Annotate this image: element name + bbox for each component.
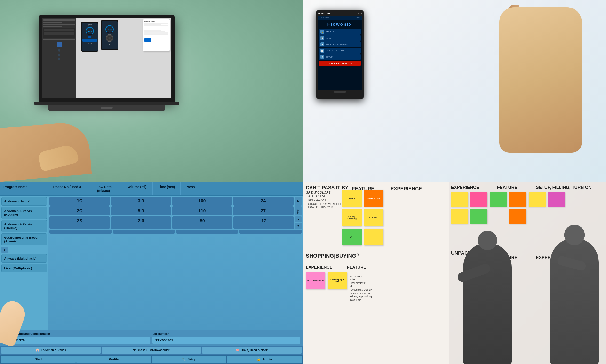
nav-admin[interactable]: 🔓 Admin	[227, 355, 302, 363]
lot-number-value[interactable]: TTY005201	[152, 337, 300, 344]
tab-chest-cardiovascular[interactable]: ❤ Chest & Cardiovascular	[102, 347, 201, 354]
sb-row	[43, 24, 75, 25]
program-gi-bleed[interactable]: Gastrointestinal Bleed (Anemia)	[1, 233, 47, 246]
doc-section-break	[144, 32, 169, 34]
program-abdomen-acute[interactable]: Abdomen (Acute)	[1, 197, 47, 206]
doc-line	[144, 26, 169, 26]
sb-sub	[44, 31, 74, 33]
use-reference-label: Use as reference	[87, 40, 93, 41]
save-btn-ph1[interactable]: Save	[89, 36, 91, 38]
brain-icon: 🧠	[236, 349, 239, 352]
med-nav-tabs: Start Profile 🔧 Setup 🔓 Admin	[0, 354, 303, 364]
main-grid: Pin Mode Dimmi > 22.3% Save	[0, 0, 606, 364]
info-icon: 📋	[320, 36, 324, 40]
tab-abdomen-pelvis[interactable]: 🫁 Abdomen & Pelvis	[1, 347, 101, 354]
nav-profile[interactable]: Profile	[76, 355, 151, 363]
sticky-attractive: ATTRACTIVE	[364, 190, 383, 207]
sticky-text: Cutting	[349, 197, 355, 199]
menu-item-patient[interactable]: 🔒 PATIENT	[319, 29, 361, 35]
sticky-clear-display: Clear display of info	[328, 272, 347, 289]
menu-item-review[interactable]: 📅 REVIEW HISTORY	[319, 48, 361, 53]
laptop-sidebar	[42, 18, 76, 98]
cell-volume-1: 100	[172, 196, 232, 206]
samsung-brand: SAMSUNG	[317, 12, 330, 14]
flowonix-logo-area: Flowonix	[317, 20, 362, 28]
gauge-1: 22.3%	[86, 27, 94, 35]
feature-right-heading: FEATURE	[497, 185, 517, 190]
tab-brain-head[interactable]: 🧠 Brain, Head & Neck	[202, 347, 302, 354]
start-label: START FLOW SERIES	[326, 43, 348, 46]
person-right-arm	[556, 255, 587, 272]
lot-number-label: Lot Number	[152, 332, 300, 336]
scroll-up-data-btn[interactable]: ▲	[295, 216, 302, 222]
life-text-2: HOW LIKE THAT WEB	[308, 206, 333, 208]
sim-elegant-text: SIM ELEGANT	[308, 198, 326, 201]
sb-row	[43, 22, 62, 23]
look-very-life-text: SHOULD LOOK VERY LIFE	[308, 202, 342, 205]
med-table-header: Program Name Phase No./ Media Flow Rate …	[0, 182, 303, 195]
whiteboard-right: EXPERIENCE FEATURE SETUP, FILLING, TURN …	[449, 182, 606, 364]
nav-start[interactable]: Start	[1, 355, 76, 363]
arrow-row-2: ←	[109, 46, 111, 48]
emergency-pump-stop-btn[interactable]: ⚠ EMERGENCY PUMP STOP	[319, 61, 361, 66]
nav-setup[interactable]: 🔧 Setup	[152, 355, 226, 363]
samsung-top-bar: SAMSUNG 10:21	[317, 12, 362, 14]
review-label: REVIEW HISTORY	[326, 50, 344, 52]
lot-section: Lot Number TTY005201	[152, 332, 300, 344]
doc-line	[144, 29, 169, 30]
sticky-classic: CLASSIC	[364, 209, 383, 226]
menu-item-start[interactable]: ▶ START FLOW SERIES	[319, 41, 361, 47]
doc-panel-title: Document Properties	[144, 21, 169, 22]
contrast-section: Contrast Brand and Concentration ISOVUE …	[0, 330, 303, 346]
pin-mode-label-1: Pin Mode	[88, 24, 92, 25]
doc-action-btn[interactable]: Apply	[144, 38, 152, 42]
trackpad[interactable]	[101, 107, 113, 109]
program-abdomen-pelvis-routine[interactable]: Abdomen & Pelvis (Routine)	[1, 207, 47, 219]
scroll-btns: ▲ ▼	[295, 216, 302, 229]
use-as-reference-btn[interactable]: Use as reference	[82, 39, 97, 42]
left-arrow-icon: ←	[87, 42, 89, 45]
home-button[interactable]	[334, 91, 346, 92]
program-label: Abdomen & Pelvis (Trauma)	[4, 222, 32, 230]
quadrant-laptop: Pin Mode Dimmi > 22.3% Save	[0, 0, 303, 182]
col-volume: Volume (ml)	[121, 182, 153, 195]
arrow-row: ← →	[87, 42, 92, 45]
menu-item-info[interactable]: 📋 INFO	[319, 35, 361, 41]
sticky-text: Visually Appealing	[343, 215, 360, 220]
settings-icon[interactable]: ✦	[109, 43, 111, 46]
scroll-up-btn[interactable]: ▲	[1, 247, 8, 253]
contrast-brand-value[interactable]: ISOVUE 370	[2, 337, 150, 344]
scroll-down-data-btn[interactable]: ▼	[295, 223, 302, 229]
menu-item-setup[interactable]: ⚙ SETUP	[319, 54, 361, 60]
sb-dot	[58, 53, 60, 56]
attractive-text: ATTRACTIVE	[308, 195, 326, 198]
program-airways[interactable]: Airways (Multiphasic)	[1, 254, 47, 263]
laptop-screen: Pin Mode Dimmi > 22.3% Save	[42, 18, 171, 98]
ss-time-2: 10:21	[356, 17, 360, 19]
brand-section: Contrast Brand and Concentration ISOVUE …	[2, 332, 150, 344]
whiteboard-scene: CAN'T PASS IT BY FEATURE EXPERIENCE GREA…	[303, 182, 606, 364]
sb-row	[43, 39, 75, 40]
info-label: INFO	[326, 37, 331, 39]
col-phase: Phase No./ Media	[49, 182, 86, 195]
sticky-right-3	[490, 192, 507, 207]
tab-abdomen-label: Abdomen & Pelvis	[40, 349, 66, 352]
patient-icon: 🔒	[320, 30, 324, 34]
start-icon: ▶	[320, 42, 324, 46]
dial-control[interactable]	[106, 34, 113, 42]
med-content-area: Abdomen (Acute) Abdomen & Pelvis (Routin…	[0, 195, 303, 330]
doc-btn-label: Apply	[147, 39, 149, 40]
pin-mode-time-2: 12:35	[109, 24, 111, 25]
dial-inner	[107, 36, 112, 40]
program-liver[interactable]: Liver (Multiphasic)	[1, 264, 47, 273]
med-data-table: 1C 3.0 100 34 ▶ 2C 5.0 110 37 Delay	[49, 195, 303, 330]
program-abdomen-pelvis-trauma[interactable]: Abdomen & Pelvis (Trauma)	[1, 220, 47, 232]
phone-screen-2: Pin Mode 12:35 22.3% ✦ ←	[102, 21, 118, 50]
tab-brain-label: Brain, Head & Neck	[241, 349, 268, 352]
person-left-body	[463, 243, 512, 364]
cell-flow-3: 3.0	[111, 216, 171, 229]
cell-flow-1: 3.0	[111, 196, 171, 206]
setup-filling-heading: SETUP, FILLING, TURN ON	[536, 185, 592, 190]
ss-date-header: SEP 28, 2012 10:21	[317, 16, 362, 20]
scroll-btn-right[interactable]: ▶	[294, 196, 302, 206]
